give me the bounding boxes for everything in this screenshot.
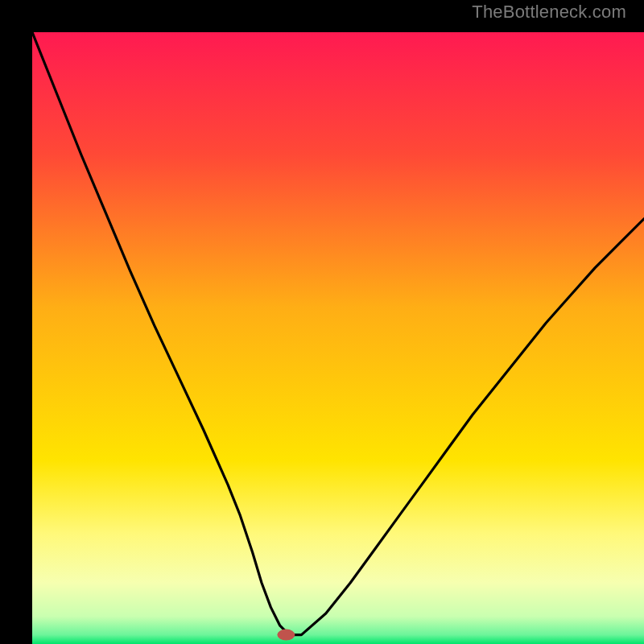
chart-frame xyxy=(16,16,628,628)
gradient-background xyxy=(32,32,644,644)
watermark-text: TheBottleneck.com xyxy=(472,2,626,23)
optimum-marker xyxy=(277,630,295,641)
bottleneck-chart xyxy=(32,32,644,644)
